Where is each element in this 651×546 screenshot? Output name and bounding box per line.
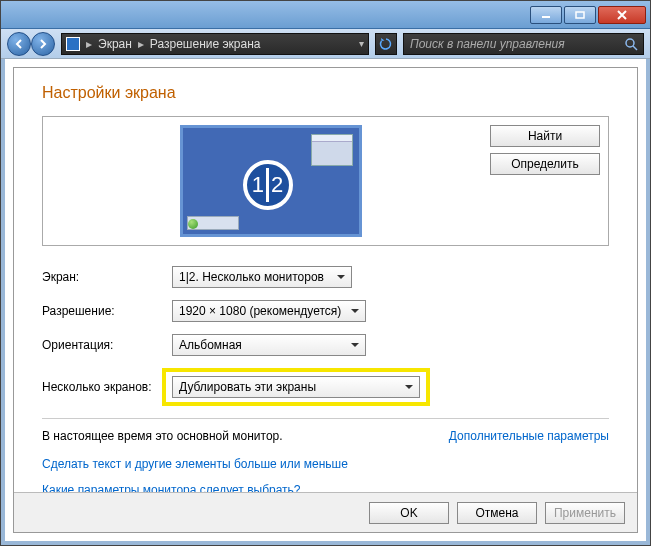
highlight-annotation: Дублировать эти экраны xyxy=(162,368,430,406)
window-titlebar xyxy=(1,1,650,29)
back-button[interactable] xyxy=(7,32,31,56)
ok-button[interactable]: OK xyxy=(369,502,449,524)
display-preview-box: 1 2 Найти Определить xyxy=(42,116,609,246)
preview-window-icon xyxy=(311,134,353,166)
resolution-label: Разрешение: xyxy=(42,304,172,318)
apply-button: Применить xyxy=(545,502,625,524)
control-panel-icon xyxy=(66,37,80,51)
close-button[interactable] xyxy=(598,6,646,24)
main-monitor-status: В настоящее время это основной монитор. xyxy=(42,429,283,443)
chevron-right-icon: ▸ xyxy=(138,37,144,51)
svg-point-2 xyxy=(626,39,634,47)
search-icon[interactable] xyxy=(623,36,639,52)
content-frame: Настройки экрана 1 2 Найт xyxy=(1,59,650,545)
content-panel: Настройки экрана 1 2 Найт xyxy=(13,67,638,533)
svg-line-3 xyxy=(633,46,637,50)
navigation-bar: ▸ Экран ▸ Разрешение экрана ▾ Поиск в па… xyxy=(1,29,650,59)
chevron-down-icon[interactable]: ▾ xyxy=(359,38,364,49)
minimize-button[interactable] xyxy=(530,6,562,24)
breadcrumb-item[interactable]: Экран xyxy=(98,37,132,51)
multiple-displays-select[interactable]: Дублировать эти экраны xyxy=(172,376,420,398)
refresh-button[interactable] xyxy=(375,33,397,55)
monitor-number-1: 1 xyxy=(252,172,264,198)
preview-start-icon xyxy=(188,219,198,229)
svg-rect-1 xyxy=(576,12,584,18)
orientation-label: Ориентация: xyxy=(42,338,172,352)
screen-select[interactable]: 1|2. Несколько мониторов xyxy=(172,266,352,288)
multiple-displays-label: Несколько экранов: xyxy=(42,380,172,394)
search-placeholder: Поиск в панели управления xyxy=(410,37,565,51)
multiple-displays-value: Дублировать эти экраны xyxy=(179,380,316,394)
resolution-select[interactable]: 1920 × 1080 (рекомендуется) xyxy=(172,300,366,322)
detect-button[interactable]: Найти xyxy=(490,125,600,147)
orientation-value: Альбомная xyxy=(179,338,242,352)
screen-value: 1|2. Несколько мониторов xyxy=(179,270,324,284)
breadcrumb[interactable]: ▸ Экран ▸ Разрешение экрана ▾ xyxy=(61,33,369,55)
screen-label: Экран: xyxy=(42,270,172,284)
maximize-button[interactable] xyxy=(564,6,596,24)
breadcrumb-item[interactable]: Разрешение экрана xyxy=(150,37,261,51)
text-size-link[interactable]: Сделать текст и другие элементы больше и… xyxy=(42,457,348,471)
advanced-settings-link[interactable]: Дополнительные параметры xyxy=(449,429,609,443)
monitor-number-2: 2 xyxy=(271,172,283,198)
orientation-select[interactable]: Альбомная xyxy=(172,334,366,356)
identify-button[interactable]: Определить xyxy=(490,153,600,175)
monitor-preview[interactable]: 1 2 xyxy=(180,125,362,237)
resolution-value: 1920 × 1080 (рекомендуется) xyxy=(179,304,341,318)
page-title: Настройки экрана xyxy=(42,84,609,102)
forward-button[interactable] xyxy=(31,32,55,56)
dialog-footer: OK Отмена Применить xyxy=(14,492,637,532)
cancel-button[interactable]: Отмена xyxy=(457,502,537,524)
divider xyxy=(42,418,609,419)
which-settings-link[interactable]: Какие параметры монитора следует выбрать… xyxy=(42,483,301,492)
svg-rect-0 xyxy=(542,16,550,18)
monitor-badge: 1 2 xyxy=(243,160,293,210)
chevron-right-icon: ▸ xyxy=(86,37,92,51)
search-input[interactable]: Поиск в панели управления xyxy=(403,33,644,55)
